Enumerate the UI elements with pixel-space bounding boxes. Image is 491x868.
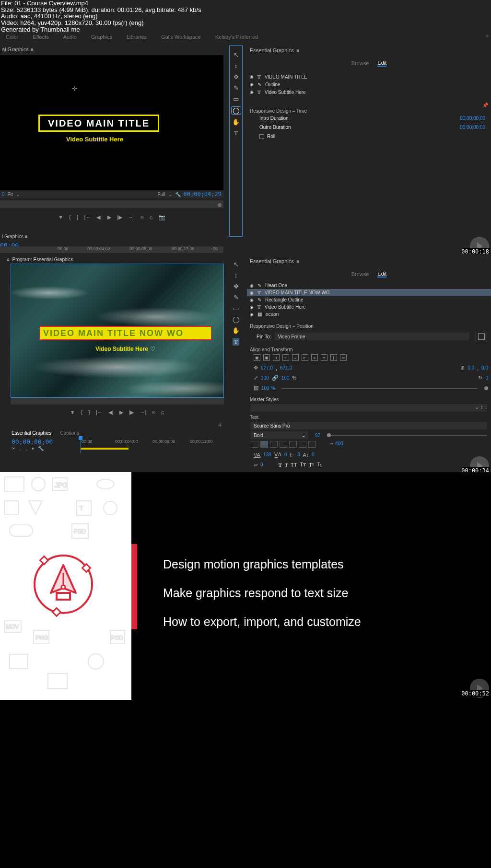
graphics-panel-title-2: l Graphics	[2, 234, 23, 239]
ws-libraries[interactable]: Libraries	[127, 34, 147, 40]
file-name-line: File: 01 - Course Overview.mp4	[1, 0, 201, 7]
goto-in-icon[interactable]: |←	[84, 214, 91, 220]
file-size-line: Size: 5236133 bytes (4.99 MiB), duration…	[1, 7, 201, 13]
layer-row[interactable]: ◉TVIDEO MAIN TITLE	[247, 73, 491, 81]
roll-row[interactable]: Roll	[247, 134, 491, 139]
workspace-tabs: Color Effects Audio Graphics Libraries G…	[0, 33, 491, 41]
intro-value[interactable]: 00;00;00;00	[460, 116, 485, 121]
title-outline-box[interactable]: VIDEO MAIN TITLE	[38, 115, 159, 132]
timestamp-1: 00:00:18	[461, 248, 489, 254]
premiere-frame-1: Color Effects Audio Graphics Libraries G…	[0, 0, 491, 254]
tick: 00	[213, 246, 218, 251]
layer-label: VIDEO MAIN TITLE	[265, 74, 307, 80]
step-back-icon[interactable]: ◀|	[96, 214, 102, 220]
tick: 00;00;12;00	[172, 246, 195, 251]
goto-out-icon[interactable]: →|	[128, 214, 135, 220]
layer-row[interactable]: ◉TVideo Subtitle Here	[247, 88, 491, 96]
ws-graphics[interactable]: Graphics	[91, 34, 112, 40]
scrub-bar-a[interactable]	[0, 200, 223, 208]
ws-gal[interactable]: Gal's Workspace	[161, 34, 201, 40]
eg-header[interactable]: Essential Graphics ≡	[247, 45, 491, 56]
outro-label: Outro Duration	[259, 125, 291, 130]
text-layer-icon: T	[257, 90, 261, 95]
left-timecode[interactable]: 0	[2, 192, 5, 197]
layer-label: Video Subtitle Here	[265, 90, 306, 95]
layer-row[interactable]: ◉✎Outline	[247, 81, 491, 88]
essential-graphics-panel-a: Essential Graphics ≡ Browse Edit ◉TVIDEO…	[247, 45, 491, 246]
eye-icon[interactable]: ◉	[250, 74, 254, 79]
out-point-icon[interactable]: }	[77, 214, 79, 220]
ws-effects[interactable]: Effects	[33, 34, 48, 40]
ws-kelsey[interactable]: Kelsey's Preferred	[215, 34, 258, 40]
pen-tool-icon[interactable]: ✎	[234, 84, 239, 92]
play-icon[interactable]: ▶	[107, 214, 111, 220]
tab-edit[interactable]: Edit	[377, 60, 386, 67]
intro-label: Intro Duration	[259, 116, 289, 121]
ruler-a[interactable]: 00;00 00;00;04;00 00;00;08;00 00;00;12;0…	[0, 246, 223, 253]
fit-chevron-icon[interactable]: ⌄	[16, 192, 20, 197]
eg-title: Essential Graphics	[250, 47, 294, 53]
ws-audio[interactable]: Audio	[63, 34, 77, 40]
lift-icon[interactable]: ⎋	[140, 214, 144, 220]
layer-list: ◉TVIDEO MAIN TITLE ◉✎Outline ◉TVideo Sub…	[247, 73, 491, 96]
right-timecode[interactable]: 00;00;04;29	[184, 191, 222, 197]
graphics-panel-header-2[interactable]: l Graphics ≡	[0, 234, 28, 242]
ellipse-tool-icon[interactable]: ◯	[231, 106, 241, 115]
export-frame-icon[interactable]: 📷	[159, 214, 165, 220]
file-video-line: Video: h264, yuv420p, 1280x720, 30.00 fp…	[1, 20, 201, 26]
ws-color[interactable]: Color	[6, 34, 18, 40]
panel-menu-icon[interactable]: ≡	[31, 47, 34, 52]
move-tool-icon[interactable]: ✥	[234, 73, 239, 81]
monitor-tools-a: ↖ ↕ ✥ ✎ ▭ ◯ ✋ T	[229, 45, 243, 237]
settings-wrench-icon[interactable]: 🔧	[175, 192, 181, 197]
program-monitor-a: ✛ VIDEO MAIN TITLE Video Subtitle Here	[0, 55, 223, 197]
subtitle-text[interactable]: Video Subtitle Here	[66, 136, 123, 143]
hand-tool-icon[interactable]: ✋	[232, 118, 240, 126]
rectangle-tool-icon[interactable]: ▭	[233, 95, 239, 103]
outro-value[interactable]: 00;00;00;00	[460, 125, 485, 130]
eye-icon[interactable]: ◉	[250, 82, 254, 87]
text-layer-icon: T	[257, 74, 261, 80]
selection-tool-icon[interactable]: ↖	[234, 51, 239, 58]
in-point-icon[interactable]: {	[69, 214, 71, 220]
intro-duration-row: Intro Duration 00;00;00;00	[247, 114, 491, 123]
extract-icon[interactable]: ⎌	[150, 214, 153, 220]
menu-icon[interactable]: ≡	[25, 234, 28, 239]
graphics-panel-header[interactable]: al Graphics ≡	[0, 45, 33, 54]
tick: 00;00	[58, 246, 69, 251]
pin-panel-icon[interactable]: 📌	[482, 103, 488, 108]
tick: 00;00;04;00	[87, 246, 110, 251]
responsive-time-header: Responsive Design – Time	[247, 108, 491, 114]
tick: 00;00;08;00	[129, 246, 152, 251]
eg-menu-icon[interactable]: ≡	[297, 48, 300, 53]
shape-layer-icon: ✎	[257, 82, 261, 87]
monitor-controls-a: 0 Fit ⌄ Full ⌄ 🔧 00;00;04;29	[0, 190, 223, 198]
quality-dropdown[interactable]: Full	[157, 192, 165, 197]
center-marker-icon: ✛	[72, 85, 78, 93]
transport-controls-a: ▼ { } |← ◀| ▶ |▶ →| ⎋ ⎌ 📷	[0, 210, 223, 224]
file-gen-line: Generated by Thumbnail me	[1, 26, 201, 33]
eye-icon[interactable]: ◉	[250, 90, 254, 94]
file-info-overlay: File: 01 - Course Overview.mp4 Size: 523…	[1, 0, 201, 33]
roll-label: Roll	[267, 134, 275, 139]
main-title-text: VIDEO MAIN TITLE	[48, 118, 150, 129]
ws-overflow-icon[interactable]: »	[486, 33, 489, 38]
graphics-panel-title: al Graphics	[2, 46, 29, 52]
layer-label: Outline	[265, 82, 281, 87]
quality-chevron-icon[interactable]: ⌄	[168, 192, 172, 197]
tab-browse[interactable]: Browse	[351, 60, 369, 66]
outro-duration-row: Outro Duration 00;00;00;00	[247, 123, 491, 132]
file-audio-line: Audio: aac, 44100 Hz, stereo (eng)	[1, 13, 201, 20]
step-fwd-icon[interactable]: |▶	[117, 214, 122, 220]
fit-dropdown[interactable]: Fit	[8, 192, 13, 197]
type-tool-icon[interactable]: T	[234, 129, 238, 137]
roll-checkbox[interactable]	[259, 134, 264, 139]
add-marker-icon[interactable]: ▼	[58, 214, 63, 220]
eg-tabs: Browse Edit	[247, 56, 491, 66]
vertical-text-tool-icon[interactable]: ↕	[234, 62, 238, 69]
